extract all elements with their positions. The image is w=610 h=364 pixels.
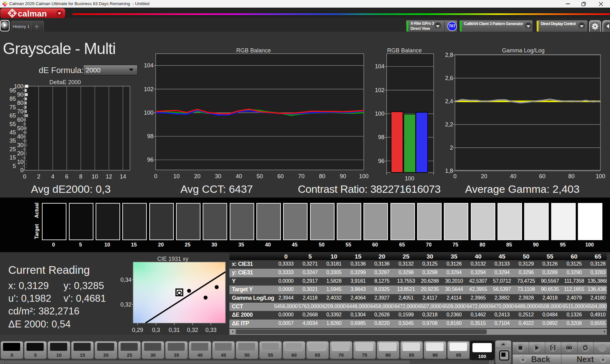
svg-text:90: 90 (340, 173, 346, 179)
svg-text:2: 2 (450, 145, 453, 151)
svg-text:70: 70 (298, 173, 304, 179)
svg-text:25: 25 (10, 146, 16, 152)
svg-text:96: 96 (147, 157, 153, 163)
svg-text:85: 85 (10, 96, 16, 102)
svg-text:40: 40 (510, 173, 516, 179)
svg-text:100: 100 (14, 83, 24, 90)
svg-text:1,8: 1,8 (445, 168, 453, 174)
svg-text:2,2: 2,2 (445, 121, 453, 128)
svg-text:100: 100 (596, 173, 605, 179)
svg-text:80: 80 (568, 173, 574, 179)
svg-text:40: 40 (17, 133, 24, 140)
svg-text:RGB Balance: RGB Balance (387, 47, 422, 54)
svg-text:0,31: 0,31 (169, 327, 180, 333)
svg-text:Actual: Actual (34, 203, 39, 218)
svg-text:10: 10 (92, 173, 98, 180)
svg-text:30: 30 (17, 142, 24, 148)
svg-text:20: 20 (17, 150, 24, 157)
svg-text:102: 102 (375, 87, 384, 93)
svg-text:60: 60 (17, 117, 24, 123)
svg-text:2,8: 2,8 (445, 52, 453, 58)
svg-text:50: 50 (17, 125, 24, 131)
svg-text:40: 40 (236, 173, 242, 179)
svg-text:55: 55 (10, 121, 16, 127)
svg-text:0,32: 0,32 (187, 327, 198, 333)
svg-text:CIE 1931 xy: CIE 1931 xy (157, 256, 188, 262)
svg-text:0,33: 0,33 (205, 327, 216, 333)
svg-text:14: 14 (120, 173, 126, 180)
svg-text:»: » (601, 356, 604, 362)
svg-text:100: 100 (405, 175, 414, 182)
svg-text:2,6: 2,6 (445, 75, 453, 81)
svg-text:0: 0 (23, 173, 26, 180)
svg-text:98: 98 (378, 134, 384, 140)
svg-text:96: 96 (378, 158, 384, 164)
svg-text:75: 75 (10, 104, 16, 111)
svg-text:RGB Balance: RGB Balance (236, 47, 271, 54)
svg-text:98: 98 (147, 133, 153, 139)
svg-text:20: 20 (481, 173, 487, 179)
svg-text:0,3: 0,3 (152, 327, 160, 333)
svg-text:0: 0 (154, 173, 157, 179)
svg-text:5: 5 (13, 163, 16, 169)
svg-text:DeltaE 2000: DeltaE 2000 (49, 79, 81, 85)
svg-text:100: 100 (375, 111, 384, 117)
svg-text:«: « (521, 356, 524, 362)
svg-text:70: 70 (17, 108, 24, 115)
svg-text:10: 10 (173, 173, 180, 179)
svg-text:10: 10 (17, 159, 24, 165)
svg-text:60: 60 (539, 173, 546, 179)
svg-text:4: 4 (51, 173, 54, 180)
svg-text:80: 80 (319, 173, 325, 179)
svg-text:15: 15 (10, 154, 16, 161)
svg-text:65: 65 (10, 112, 16, 119)
svg-text:0,32: 0,32 (120, 301, 132, 308)
svg-text:6: 6 (65, 173, 68, 180)
svg-text:Gamma Log/Log: Gamma Log/Log (502, 47, 545, 54)
svg-text:0,34: 0,34 (120, 277, 132, 283)
svg-text:30: 30 (215, 173, 221, 179)
svg-text:100: 100 (359, 173, 369, 179)
svg-text:100: 100 (144, 110, 153, 116)
svg-text:Target: Target (34, 224, 39, 239)
svg-text:20: 20 (194, 173, 200, 179)
svg-text:0: 0 (453, 173, 457, 179)
svg-text:0,29: 0,29 (132, 327, 143, 333)
svg-text:104: 104 (144, 62, 153, 69)
svg-text:2: 2 (37, 173, 40, 180)
svg-text:104: 104 (375, 63, 384, 70)
svg-text:80: 80 (17, 100, 24, 106)
svg-text:60: 60 (277, 173, 284, 179)
svg-text:50: 50 (256, 173, 263, 179)
svg-text:2,4: 2,4 (445, 98, 453, 104)
svg-text:102: 102 (144, 86, 153, 92)
svg-text:8: 8 (79, 173, 82, 180)
svg-text:45: 45 (10, 129, 16, 136)
svg-text:12: 12 (106, 173, 112, 180)
svg-text:90: 90 (17, 91, 24, 98)
svg-text:35: 35 (10, 138, 16, 144)
